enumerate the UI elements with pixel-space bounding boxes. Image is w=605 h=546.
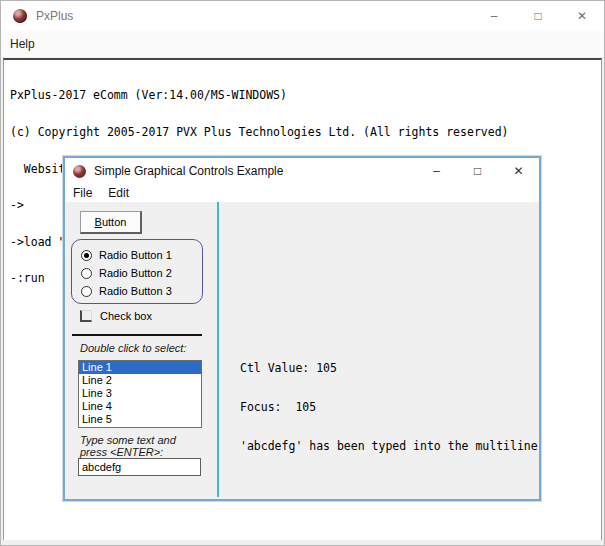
listbox-label: Double click to select: <box>80 342 186 354</box>
maximize-icon[interactable]: □ <box>457 158 498 184</box>
main-menubar: Help <box>1 31 604 57</box>
radio-option-3[interactable]: Radio Button 3 <box>81 284 172 298</box>
minimize-icon[interactable]: – <box>472 1 516 31</box>
dialog-window-controls: – □ ✕ <box>416 158 539 184</box>
button-label-rest: utton <box>102 216 126 228</box>
window-bottom-edge <box>1 540 604 545</box>
main-titlebar: PxPlus – □ ✕ <box>1 1 604 31</box>
list-item[interactable]: Line 1 <box>79 361 201 374</box>
window-title: PxPlus <box>36 9 73 23</box>
controls-example-dialog: Simple Graphical Controls Example – □ ✕ … <box>63 156 541 501</box>
maximize-icon[interactable]: □ <box>516 1 560 31</box>
menu-edit[interactable]: Edit <box>100 184 137 202</box>
list-item[interactable]: Line 4 <box>79 400 201 413</box>
window-controls: – □ ✕ <box>472 1 604 31</box>
list-item[interactable]: Line 2 <box>79 374 201 387</box>
radio-option-1[interactable]: Radio Button 1 <box>81 248 172 262</box>
pxplus-logo-icon <box>73 165 86 178</box>
multiline-input[interactable] <box>78 458 201 476</box>
dialog-titlebar: Simple Graphical Controls Example – □ ✕ <box>65 158 539 184</box>
output-typed-message: 'abcdefg' has been typed into the multil… <box>240 440 538 453</box>
radio-group: Radio Button 1 Radio Button 2 Radio Butt… <box>71 239 203 304</box>
dialog-content: Button Radio Button 1 Radio Button 2 Rad… <box>65 202 539 499</box>
menu-file[interactable]: File <box>65 184 100 202</box>
button-mnemonic: B <box>95 216 102 228</box>
radio-unselected-icon <box>81 268 92 279</box>
vertical-divider <box>217 202 219 497</box>
menu-help[interactable]: Help <box>1 33 44 55</box>
input-label-line-2: press <ENTER>: <box>80 446 163 458</box>
output-focus: Focus: 105 <box>240 401 538 414</box>
radio-selected-icon <box>81 250 92 261</box>
dialog-title: Simple Graphical Controls Example <box>94 164 283 178</box>
output-ctl-value: Ctl Value: 105 <box>240 362 538 375</box>
input-label-line-1: Type some text and <box>80 434 176 446</box>
checkbox-control[interactable]: Check box <box>80 309 152 323</box>
console-line-banner: PxPlus-2017 eComm (Ver:14.00/MS-WINDOWS) <box>10 89 601 101</box>
horizontal-separator <box>72 334 202 336</box>
checkbox-unchecked-icon <box>80 310 92 322</box>
pxplus-logo-icon <box>13 9 27 23</box>
close-icon[interactable]: ✕ <box>560 1 604 31</box>
radio-option-2[interactable]: Radio Button 2 <box>81 266 172 280</box>
button-control[interactable]: Button <box>80 211 142 234</box>
dialog-menubar: File Edit <box>65 184 539 202</box>
console-line-copyright: (c) Copyright 2005-2017 PVX Plus Technol… <box>10 126 601 138</box>
output-text: Ctl Value: 105 Focus: 105 'abcdefg' has … <box>240 336 538 479</box>
radio-unselected-icon <box>81 286 92 297</box>
pxplus-window: PxPlus – □ ✕ Help PxPlus-2017 eComm (Ver… <box>0 0 605 546</box>
list-item[interactable]: Line 5 <box>79 413 201 426</box>
minimize-icon[interactable]: – <box>416 158 457 184</box>
list-item[interactable]: Line 3 <box>79 387 201 400</box>
close-icon[interactable]: ✕ <box>498 158 539 184</box>
listbox-control[interactable]: Line 1 Line 2 Line 3 Line 4 Line 5 <box>78 360 202 428</box>
